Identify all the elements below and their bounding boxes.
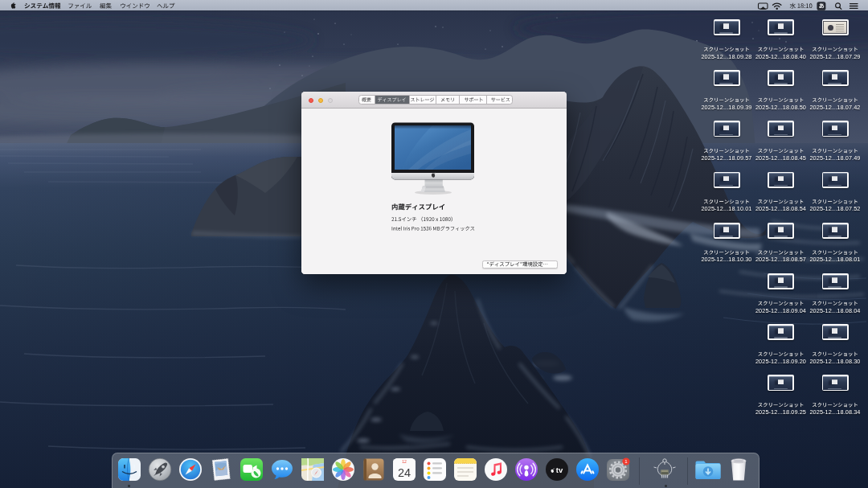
svg-text:tv: tv bbox=[556, 465, 563, 474]
svg-text:24: 24 bbox=[398, 466, 411, 479]
svg-text:12: 12 bbox=[402, 459, 407, 464]
